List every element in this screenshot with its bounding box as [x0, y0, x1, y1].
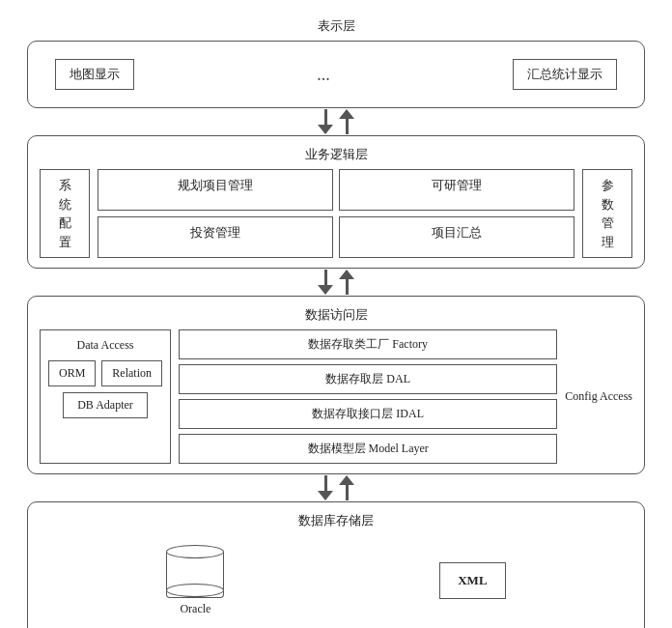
oracle-label: Oracle — [180, 602, 210, 616]
biz-cell-3: 项目汇总 — [339, 216, 574, 258]
data-access-layer: 数据访问层 Data Access ORM Relation DB Adapte… — [27, 296, 645, 474]
dal-relation-box: Relation — [101, 360, 162, 386]
storage-layer: 数据库存储层 Oracle XML — [27, 501, 645, 628]
oracle-cylinder-icon — [166, 545, 224, 597]
biz-cell-0: 规划项目管理 — [98, 169, 333, 211]
dal-layer-label: 数据访问层 — [40, 306, 632, 324]
dal-dal-box: 数据存取层 DAL — [179, 364, 557, 394]
biz-sys-config: 系统配置 — [40, 169, 90, 258]
dal-center-panel: 数据存取类工厂 Factory 数据存取层 DAL 数据存取接口层 IDAL 数… — [179, 329, 557, 464]
dal-right-panel: Config Access — [565, 329, 632, 464]
storage-layer-label: 数据库存储层 — [40, 512, 632, 529]
dal-idal-box: 数据存取接口层 IDAL — [179, 399, 557, 429]
presentation-layer: 地图显示 ... 汇总统计显示 — [27, 41, 645, 108]
pres-dots: ... — [134, 65, 513, 85]
dal-model-box: 数据模型层 Model Layer — [179, 434, 557, 464]
pres-stats-box: 汇总统计显示 — [513, 59, 617, 90]
dal-factory-box: 数据存取类工厂 Factory — [179, 329, 557, 359]
biz-param-mgmt: 参数管理 — [582, 169, 632, 258]
xml-box: XML — [439, 562, 505, 599]
biz-cell-2: 投资管理 — [98, 216, 333, 258]
xml-storage-item: XML — [439, 562, 505, 599]
biz-cell-1: 可研管理 — [339, 169, 574, 211]
arrow-biz-dal — [318, 269, 354, 296]
pres-layer-label: 表示层 — [318, 17, 355, 35]
dal-left-title: Data Access — [48, 338, 162, 353]
dal-adapter-box: DB Adapter — [63, 392, 148, 418]
oracle-storage-item: Oracle — [166, 545, 224, 616]
biz-layer-label: 业务逻辑层 — [40, 146, 632, 163]
arrow-dal-storage — [318, 474, 354, 501]
pres-map-box: 地图显示 — [55, 59, 134, 90]
business-layer: 业务逻辑层 系统配置 规划项目管理 可研管理 投资管理 项目汇总 参数管理 — [27, 135, 645, 269]
dal-left-panel: Data Access ORM Relation DB Adapter — [40, 329, 171, 464]
biz-grid: 规划项目管理 可研管理 投资管理 项目汇总 — [98, 169, 574, 258]
dal-orm-box: ORM — [48, 360, 96, 386]
dal-config-access-label: Config Access — [565, 389, 632, 404]
arrow-pres-biz — [318, 108, 354, 135]
architecture-diagram: 表示层 地图显示 ... 汇总统计显示 业务逻辑层 系统配置 — [27, 17, 645, 628]
